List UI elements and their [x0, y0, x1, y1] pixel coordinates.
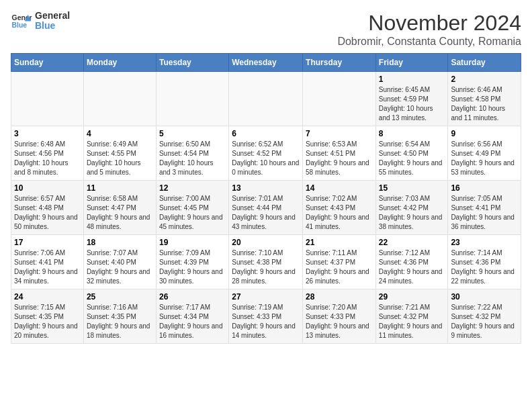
day-info: Sunrise: 7:05 AMSunset: 4:41 PMDaylight:… — [451, 194, 518, 232]
calendar-cell: 1Sunrise: 6:45 AMSunset: 4:59 PMDaylight… — [375, 72, 448, 126]
calendar-cell: 16Sunrise: 7:05 AMSunset: 4:41 PMDayligh… — [448, 181, 521, 235]
day-number: 9 — [451, 129, 518, 138]
day-info: Sunrise: 7:21 AMSunset: 4:32 PMDaylight:… — [379, 303, 445, 340]
calendar-week-row: 17Sunrise: 7:06 AMSunset: 4:41 PMDayligh… — [11, 235, 521, 289]
day-info: Sunrise: 7:15 AMSunset: 4:35 PMDaylight:… — [14, 303, 81, 340]
weekday-header: Monday — [83, 54, 156, 72]
day-number: 19 — [159, 238, 226, 247]
day-info: Sunrise: 7:22 AMSunset: 4:32 PMDaylight:… — [451, 303, 518, 340]
day-number: 30 — [451, 292, 518, 302]
calendar-cell: 18Sunrise: 7:07 AMSunset: 4:40 PMDayligh… — [83, 235, 156, 289]
weekday-header: Sunday — [11, 54, 84, 72]
day-info: Sunrise: 6:53 AMSunset: 4:51 PMDaylight:… — [306, 140, 373, 177]
day-number: 5 — [159, 129, 226, 138]
calendar-cell: 25Sunrise: 7:16 AMSunset: 4:35 PMDayligh… — [83, 289, 156, 344]
logo-blue-text: Blue — [35, 21, 70, 31]
calendar-cell — [83, 72, 156, 126]
weekday-header: Tuesday — [156, 54, 228, 72]
logo: General Blue General Blue — [11, 11, 70, 32]
calendar-cell: 26Sunrise: 7:17 AMSunset: 4:34 PMDayligh… — [156, 289, 228, 344]
weekday-header: Saturday — [448, 54, 521, 72]
calendar-cell: 20Sunrise: 7:10 AMSunset: 4:38 PMDayligh… — [229, 235, 303, 289]
day-info: Sunrise: 7:03 AMSunset: 4:42 PMDaylight:… — [379, 194, 445, 232]
day-number: 14 — [306, 183, 373, 193]
calendar-cell: 30Sunrise: 7:22 AMSunset: 4:32 PMDayligh… — [448, 289, 521, 344]
day-number: 16 — [451, 183, 518, 193]
svg-text:Blue: Blue — [12, 21, 28, 29]
calendar-cell — [229, 72, 303, 126]
day-info: Sunrise: 6:54 AMSunset: 4:50 PMDaylight:… — [379, 140, 445, 177]
weekday-header: Friday — [375, 54, 448, 72]
day-info: Sunrise: 6:45 AMSunset: 4:59 PMDaylight:… — [379, 85, 445, 123]
calendar-week-row: 1Sunrise: 6:45 AMSunset: 4:59 PMDaylight… — [11, 72, 521, 126]
day-number: 17 — [14, 238, 81, 247]
day-info: Sunrise: 6:46 AMSunset: 4:58 PMDaylight:… — [451, 85, 518, 123]
calendar-week-row: 24Sunrise: 7:15 AMSunset: 4:35 PMDayligh… — [11, 289, 521, 344]
calendar-cell: 21Sunrise: 7:11 AMSunset: 4:37 PMDayligh… — [303, 235, 376, 289]
day-number: 26 — [159, 292, 226, 302]
day-number: 22 — [379, 238, 445, 247]
calendar-cell: 11Sunrise: 6:58 AMSunset: 4:47 PMDayligh… — [83, 181, 156, 235]
calendar-cell: 29Sunrise: 7:21 AMSunset: 4:32 PMDayligh… — [375, 289, 448, 344]
calendar-cell: 4Sunrise: 6:49 AMSunset: 4:55 PMDaylight… — [83, 126, 156, 181]
calendar-week-row: 3Sunrise: 6:48 AMSunset: 4:56 PMDaylight… — [11, 126, 521, 181]
day-number: 2 — [451, 75, 518, 84]
header: General Blue General Blue November 2024 … — [11, 11, 521, 48]
day-number: 12 — [159, 183, 226, 193]
day-info: Sunrise: 7:19 AMSunset: 4:33 PMDaylight:… — [232, 303, 300, 340]
calendar-cell: 7Sunrise: 6:53 AMSunset: 4:51 PMDaylight… — [303, 126, 376, 181]
day-info: Sunrise: 6:50 AMSunset: 4:54 PMDaylight:… — [159, 140, 226, 177]
calendar-cell: 15Sunrise: 7:03 AMSunset: 4:42 PMDayligh… — [375, 181, 448, 235]
day-info: Sunrise: 7:06 AMSunset: 4:41 PMDaylight:… — [14, 248, 81, 286]
day-number: 15 — [379, 183, 445, 193]
day-number: 7 — [306, 129, 373, 138]
day-number: 23 — [451, 238, 518, 247]
calendar-cell: 22Sunrise: 7:12 AMSunset: 4:36 PMDayligh… — [375, 235, 448, 289]
day-number: 4 — [87, 129, 153, 138]
day-info: Sunrise: 6:48 AMSunset: 4:56 PMDaylight:… — [14, 140, 81, 177]
calendar-cell: 8Sunrise: 6:54 AMSunset: 4:50 PMDaylight… — [375, 126, 448, 181]
day-info: Sunrise: 7:17 AMSunset: 4:34 PMDaylight:… — [159, 303, 226, 340]
day-info: Sunrise: 7:12 AMSunset: 4:36 PMDaylight:… — [379, 248, 445, 286]
calendar-header: SundayMondayTuesdayWednesdayThursdayFrid… — [11, 54, 521, 72]
calendar-cell: 12Sunrise: 7:00 AMSunset: 4:45 PMDayligh… — [156, 181, 228, 235]
day-info: Sunrise: 6:56 AMSunset: 4:49 PMDaylight:… — [451, 140, 518, 177]
day-number: 3 — [14, 129, 81, 138]
title-area: November 2024 Dobromir, Constanta County… — [337, 11, 521, 48]
weekday-header: Wednesday — [229, 54, 303, 72]
day-info: Sunrise: 7:14 AMSunset: 4:36 PMDaylight:… — [451, 248, 518, 286]
calendar-cell: 2Sunrise: 6:46 AMSunset: 4:58 PMDaylight… — [448, 72, 521, 126]
day-number: 28 — [306, 292, 373, 302]
calendar-table: SundayMondayTuesdayWednesdayThursdayFrid… — [11, 53, 521, 344]
day-info: Sunrise: 6:52 AMSunset: 4:52 PMDaylight:… — [232, 140, 300, 177]
day-number: 11 — [87, 183, 153, 193]
day-info: Sunrise: 7:00 AMSunset: 4:45 PMDaylight:… — [159, 194, 226, 232]
day-number: 18 — [87, 238, 153, 247]
calendar-cell: 10Sunrise: 6:57 AMSunset: 4:48 PMDayligh… — [11, 181, 84, 235]
calendar-cell: 14Sunrise: 7:02 AMSunset: 4:43 PMDayligh… — [303, 181, 376, 235]
day-info: Sunrise: 7:11 AMSunset: 4:37 PMDaylight:… — [306, 248, 373, 286]
day-number: 6 — [232, 129, 300, 138]
calendar-week-row: 10Sunrise: 6:57 AMSunset: 4:48 PMDayligh… — [11, 181, 521, 235]
day-info: Sunrise: 7:02 AMSunset: 4:43 PMDaylight:… — [306, 194, 373, 232]
day-info: Sunrise: 6:58 AMSunset: 4:47 PMDaylight:… — [87, 194, 153, 232]
day-info: Sunrise: 7:10 AMSunset: 4:38 PMDaylight:… — [232, 248, 300, 286]
calendar-cell: 13Sunrise: 7:01 AMSunset: 4:44 PMDayligh… — [229, 181, 303, 235]
calendar-cell: 28Sunrise: 7:20 AMSunset: 4:33 PMDayligh… — [303, 289, 376, 344]
day-number: 21 — [306, 238, 373, 247]
calendar-cell: 5Sunrise: 6:50 AMSunset: 4:54 PMDaylight… — [156, 126, 228, 181]
calendar-cell: 24Sunrise: 7:15 AMSunset: 4:35 PMDayligh… — [11, 289, 84, 344]
day-number: 13 — [232, 183, 300, 193]
day-number: 1 — [379, 75, 445, 84]
day-number: 29 — [379, 292, 445, 302]
day-info: Sunrise: 7:09 AMSunset: 4:39 PMDaylight:… — [159, 248, 226, 286]
day-number: 25 — [87, 292, 153, 302]
day-info: Sunrise: 7:16 AMSunset: 4:35 PMDaylight:… — [87, 303, 153, 340]
day-info: Sunrise: 6:57 AMSunset: 4:48 PMDaylight:… — [14, 194, 81, 232]
weekday-header: Thursday — [303, 54, 376, 72]
calendar-cell — [303, 72, 376, 126]
calendar-cell: 17Sunrise: 7:06 AMSunset: 4:41 PMDayligh… — [11, 235, 84, 289]
day-number: 10 — [14, 183, 81, 193]
day-info: Sunrise: 7:07 AMSunset: 4:40 PMDaylight:… — [87, 248, 153, 286]
calendar-cell — [11, 72, 84, 126]
